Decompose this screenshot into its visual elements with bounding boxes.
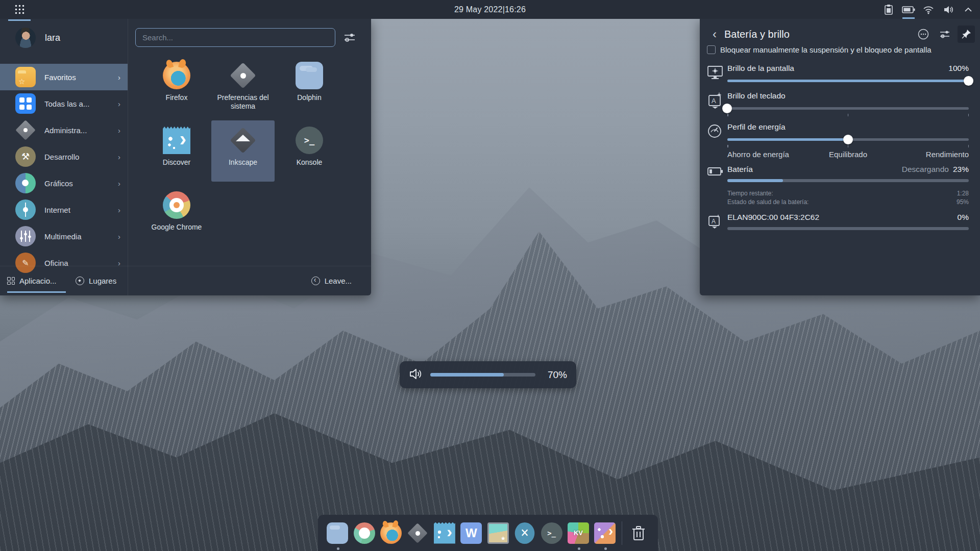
chevron-right-icon: › xyxy=(118,73,128,82)
discover-icon xyxy=(434,522,455,544)
block-suspend-checkbox-row[interactable]: Bloquear manualmente la suspensión y el … xyxy=(707,45,932,54)
chrome-icon xyxy=(163,191,190,219)
chrome-icon xyxy=(354,522,375,544)
configure-sliders-icon[interactable] xyxy=(343,31,356,44)
clock[interactable]: 29 May 2022|16:26 xyxy=(0,0,980,19)
ellipsis-circle-icon[interactable] xyxy=(915,26,932,43)
battery-status: Descargando xyxy=(902,165,949,174)
slider-ticks xyxy=(727,145,969,147)
photo-tool-icon xyxy=(594,522,616,544)
battery-brightness-panel: ‹ Batería y brillo Bloquear manualmente … xyxy=(700,19,980,295)
pin-icon[interactable] xyxy=(958,26,975,43)
administration-diamond-icon xyxy=(15,120,36,140)
dock-item-word[interactable] xyxy=(458,515,484,551)
dock-item-system-settings[interactable] xyxy=(404,515,431,551)
sidebar-item-internet[interactable]: Internet › xyxy=(0,196,128,223)
peripheral-row: A ELAN900C:00 04F3:2C62 0% xyxy=(707,213,969,232)
chevron-right-icon: › xyxy=(118,179,128,188)
power-profile-labels: Ahorro de energía Equilibrado Rendimient… xyxy=(727,150,969,159)
dock-item-chrome[interactable] xyxy=(351,515,377,551)
kvantum-icon xyxy=(568,522,589,544)
screen-brightness-slider[interactable] xyxy=(727,76,969,85)
battery-percent: 23% xyxy=(953,165,969,174)
search-input[interactable] xyxy=(135,28,335,47)
dock-item-vscodium[interactable] xyxy=(511,515,538,551)
firefox-icon xyxy=(380,522,402,544)
checkbox-unchecked[interactable] xyxy=(707,45,716,54)
user-name: lara xyxy=(45,33,60,43)
all-apps-grid-icon xyxy=(15,93,36,114)
launcher-divider xyxy=(128,19,128,295)
system-settings-icon xyxy=(229,62,257,89)
system-settings-icon xyxy=(407,522,428,544)
dock-item-trash[interactable] xyxy=(625,515,652,551)
app-firefox[interactable]: Firefox xyxy=(145,56,208,117)
leave-button[interactable]: Leave... xyxy=(311,266,352,295)
sidebar-item-favoritos[interactable]: Favoritos › xyxy=(0,64,128,90)
dock-item-gallery[interactable] xyxy=(485,515,511,551)
chevron-right-icon: › xyxy=(118,126,128,135)
chevron-right-icon: › xyxy=(118,206,128,214)
chevron-right-icon: › xyxy=(118,232,128,241)
user-row[interactable]: lara xyxy=(0,19,128,57)
dock-separator xyxy=(622,521,622,545)
speaker-icon xyxy=(409,367,423,383)
leave-icon xyxy=(311,277,320,285)
launcher-active-underline xyxy=(8,19,31,21)
battery-details: Tiempo restante: 1:28 Estado de salud de… xyxy=(727,189,969,207)
monitor-brightness-icon xyxy=(707,64,727,85)
development-icon xyxy=(15,146,36,167)
back-chevron-icon[interactable]: ‹ xyxy=(707,27,722,42)
app-preferencias-del-sistema[interactable]: Preferencias del sistema xyxy=(211,56,275,117)
volume-value: 70% xyxy=(543,369,567,381)
favorites-folder-icon xyxy=(15,67,36,87)
clipboard-icon[interactable] xyxy=(881,0,896,19)
app-konsole[interactable]: Konsole xyxy=(278,120,341,182)
multimedia-icon xyxy=(15,226,36,246)
app-inkscape[interactable]: Inkscape xyxy=(211,120,275,182)
applications-tab-icon xyxy=(7,277,15,285)
system-tray xyxy=(881,0,976,19)
tray-active-underline xyxy=(902,17,915,19)
sidebar-item-desarrollo[interactable]: Desarrollo › xyxy=(0,143,128,170)
vscodium-icon xyxy=(515,522,535,544)
keyboard-brightness-slider[interactable] xyxy=(727,104,969,113)
battery-progress-bar xyxy=(727,179,969,182)
wifi-icon[interactable] xyxy=(921,0,936,19)
keyboard-backlight-icon: A xyxy=(707,213,727,232)
sidebar-item-graficos[interactable]: Gráficos › xyxy=(0,170,128,196)
dock-item-dolphin[interactable] xyxy=(324,515,351,551)
volume-icon[interactable] xyxy=(941,0,956,19)
caret-up-icon[interactable] xyxy=(961,0,976,19)
chevron-right-icon: › xyxy=(118,153,128,161)
sidebar-item-multimedia[interactable]: Multimedia › xyxy=(0,223,128,249)
tab-lugares[interactable]: Lugares xyxy=(76,266,116,295)
dock-item-photo-tool[interactable] xyxy=(592,515,618,551)
sidebar-item-todas-las-aplicaciones[interactable]: Todas las a... › xyxy=(0,90,128,117)
app-discover[interactable]: Discover xyxy=(145,120,208,182)
screen-brightness-row: Brillo de la pantalla 100% xyxy=(707,64,969,85)
app-dolphin[interactable]: Dolphin xyxy=(278,56,341,117)
battery-icon xyxy=(707,165,727,207)
battery-icon[interactable] xyxy=(901,0,916,19)
dock-item-konsole[interactable] xyxy=(538,515,565,551)
dolphin-icon xyxy=(327,522,348,544)
application-launcher-menu: lara Favoritos › Todas las a... › Admini… xyxy=(0,19,371,295)
panel-header: ‹ Batería y brillo xyxy=(707,24,975,44)
konsole-icon xyxy=(296,127,323,154)
battery-row: Batería Descargando 23% Tiempo restante:… xyxy=(707,165,969,207)
power-profile-slider[interactable] xyxy=(727,135,969,144)
svg-text:A: A xyxy=(712,218,716,225)
dock-item-kvantum[interactable] xyxy=(565,515,592,551)
dock xyxy=(318,515,658,551)
running-indicator xyxy=(337,547,339,550)
launcher-footer: Aplicacio... Lugares Leave... xyxy=(0,266,371,295)
panel-title: Batería y brillo xyxy=(724,29,911,40)
slider-ticks xyxy=(727,114,969,116)
dock-item-firefox[interactable] xyxy=(378,515,404,551)
sidebar-item-administracion[interactable]: Administra... › xyxy=(0,117,128,143)
configure-sliders-icon[interactable] xyxy=(936,26,953,43)
dock-item-discover[interactable] xyxy=(431,515,458,551)
app-google-chrome[interactable]: Google Chrome xyxy=(145,185,208,246)
places-compass-icon xyxy=(76,277,84,285)
